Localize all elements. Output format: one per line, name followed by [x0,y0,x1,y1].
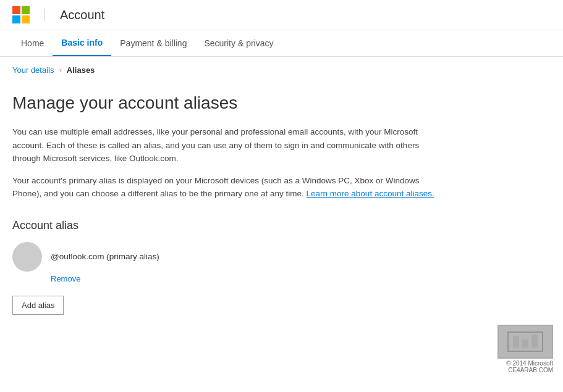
nav-security-privacy[interactable]: Security & privacy [195,31,282,56]
microsoft-logo [12,6,30,23]
logo-blue [12,15,20,23]
header-title: Account [60,8,104,22]
breadcrumb-parent[interactable]: Your details [12,65,54,75]
header-divider [44,9,45,21]
main-nav: Home Basic info Payment & billing Securi… [0,30,563,57]
logo-green [22,6,30,14]
header: Account [0,0,563,30]
logo-yellow [22,15,30,23]
alias-email: @outlook.com (primary alias) [51,252,159,261]
alias-avatar [12,242,42,272]
page-title: Manage your account aliases [12,93,544,113]
breadcrumb: Your details › Aliases [0,57,563,81]
breadcrumb-current: Aliases [67,65,95,75]
watermark-box [497,325,553,340]
breadcrumb-separator: › [59,65,61,75]
svg-rect-3 [531,335,538,340]
footer-area: © 2014 Microsoft CE4ARAB.COM [497,325,553,340]
main-content: Manage your account aliases You can use … [0,81,556,340]
svg-rect-1 [513,336,519,340]
nav-home[interactable]: Home [12,31,53,56]
logo-red [12,6,20,14]
logo-area: Account [12,6,104,23]
remove-link[interactable]: Remove [51,274,544,283]
learn-more-link[interactable]: Learn more about account aliases. [307,189,434,198]
nav-basic-info[interactable]: Basic info [53,30,111,56]
account-alias-section-title: Account alias [12,219,544,232]
nav-payment-billing[interactable]: Payment & billing [111,31,195,56]
alias-row: @outlook.com (primary alias) [12,242,544,272]
description-1: You can use multiple email addresses, li… [12,125,445,165]
add-alias-button[interactable]: Add alias [12,296,64,315]
watermark-icon [507,331,544,340]
description-2: Your account's primary alias is displaye… [12,174,445,201]
